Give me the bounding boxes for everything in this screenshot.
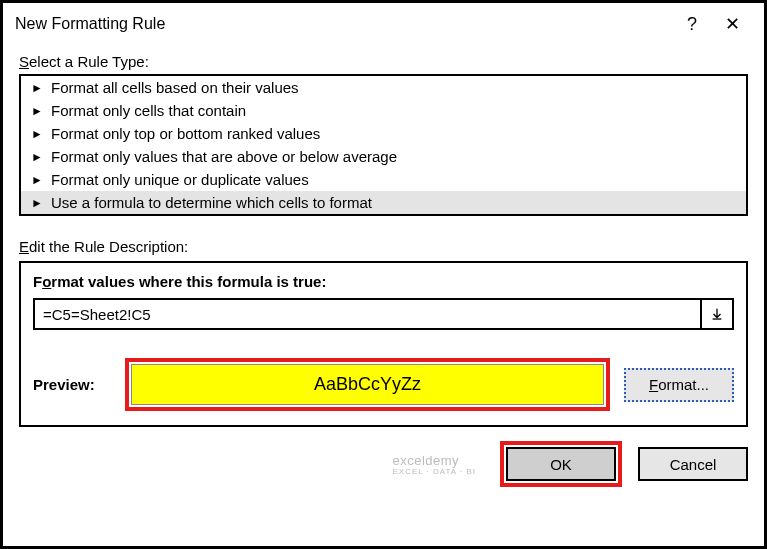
rule-item-label: Format only cells that contain	[51, 102, 246, 119]
preview-row: Preview: AaBbCcYyZz Format...	[33, 358, 734, 411]
select-rule-type-label: Select a Rule Type:	[19, 53, 748, 70]
new-formatting-rule-dialog: New Formatting Rule ? ✕ Select a Rule Ty…	[0, 0, 767, 549]
dialog-title: New Formatting Rule	[15, 15, 165, 33]
svg-rect-0	[713, 318, 722, 319]
edit-description-area: Edit the Rule Description: Format values…	[19, 238, 748, 427]
format-button[interactable]: Format...	[624, 368, 734, 402]
description-box: Format values where this formula is true…	[19, 261, 748, 427]
rule-item-above-below[interactable]: ► Format only values that are above or b…	[21, 145, 746, 168]
bullet-icon: ►	[31, 127, 45, 141]
rule-item-label: Format only unique or duplicate values	[51, 171, 309, 188]
rule-item-top-bottom[interactable]: ► Format only top or bottom ranked value…	[21, 122, 746, 145]
bullet-icon: ►	[31, 173, 45, 187]
collapse-icon	[710, 307, 724, 321]
bullet-icon: ►	[31, 104, 45, 118]
button-row: exceldemy EXCEL · DATA · BI OK Cancel	[19, 441, 748, 487]
dialog-content: Select a Rule Type: ► Format all cells b…	[3, 45, 764, 546]
preview-sample: AaBbCcYyZz	[131, 364, 604, 405]
bullet-icon: ►	[31, 150, 45, 164]
rule-item-label: Format all cells based on their values	[51, 79, 299, 96]
rule-item-cells-contain[interactable]: ► Format only cells that contain	[21, 99, 746, 122]
watermark: exceldemy EXCEL · DATA · BI	[392, 453, 476, 476]
rule-type-list: ► Format all cells based on their values…	[19, 74, 748, 216]
help-button[interactable]: ?	[672, 14, 712, 35]
rule-item-label: Use a formula to determine which cells t…	[51, 194, 372, 211]
rule-item-formula[interactable]: ► Use a formula to determine which cells…	[21, 191, 746, 214]
ok-button[interactable]: OK	[506, 447, 616, 481]
rule-item-label: Format only values that are above or bel…	[51, 148, 397, 165]
bullet-icon: ►	[31, 196, 45, 210]
rule-item-label: Format only top or bottom ranked values	[51, 125, 320, 142]
preview-highlight: AaBbCcYyZz	[125, 358, 610, 411]
rule-item-all-cells[interactable]: ► Format all cells based on their values	[21, 76, 746, 99]
formula-input[interactable]	[33, 298, 702, 330]
range-selector-button[interactable]	[702, 298, 734, 330]
edit-description-label: Edit the Rule Description:	[19, 238, 748, 255]
ok-highlight: OK	[500, 441, 622, 487]
close-button[interactable]: ✕	[712, 13, 752, 35]
bullet-icon: ►	[31, 81, 45, 95]
cancel-button[interactable]: Cancel	[638, 447, 748, 481]
rule-item-unique-duplicate[interactable]: ► Format only unique or duplicate values	[21, 168, 746, 191]
titlebar: New Formatting Rule ? ✕	[3, 3, 764, 45]
preview-label: Preview:	[33, 376, 111, 393]
formula-label: Format values where this formula is true…	[33, 273, 734, 290]
formula-row	[33, 298, 734, 330]
